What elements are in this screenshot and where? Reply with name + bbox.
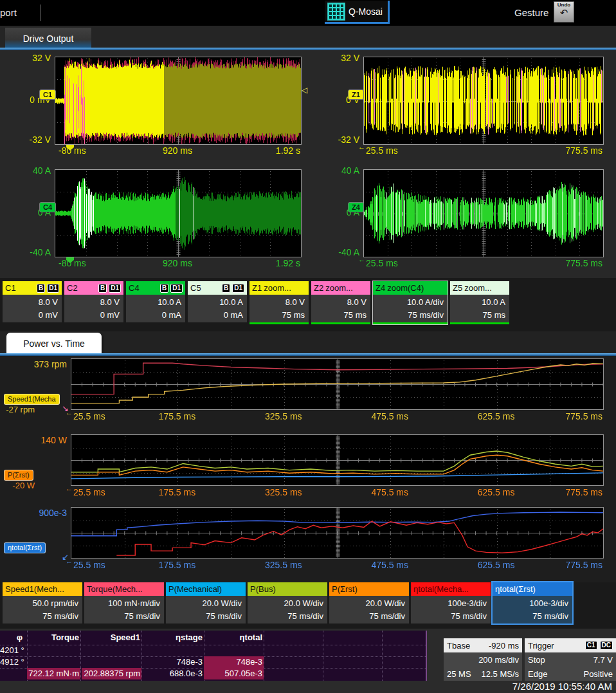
descriptor-z5[interactable]: Z5zoom...10.0 A75 ms [450,281,509,324]
undo-arrow-icon: ↶ [554,8,574,18]
descriptor-scale: 100e-3/div [412,597,487,610]
x-tick-label: 475.5 ms [371,411,408,421]
descriptor-speed1mech[interactable]: Speed1(Mech...50.0 rpm/div75 ms/div [3,582,82,624]
menu-divider [40,5,41,21]
trigger-mode: Stop [528,655,545,665]
descriptor-suffix: zoom... [264,283,291,293]
q-mosaic-label: Q-Mosai [349,6,383,17]
descriptor-header: Z5zoom... [450,281,509,295]
descriptor-header: Speed1(Mech... [3,582,82,596]
descriptor-header: C1BD1 [3,281,62,295]
waveform-grid-z1[interactable] [363,57,604,145]
descriptor-offset: 0 mA [127,309,181,322]
descriptor-totalrst[interactable]: ηtotal(Σrst)100e-3/div75 ms/div [493,582,572,624]
descriptor-c2[interactable]: C2BD18.0 V0 mV [64,281,123,322]
gesture-label: Gesture [514,7,548,18]
tab-power-vs-time[interactable]: Power vs. Time [6,333,102,354]
x-tick-label: 325.5 ms [265,411,302,421]
digital-badge: D1 [232,284,244,293]
digital-badge: D1 [170,284,183,293]
descriptor-header: Z2zoom... [311,281,370,295]
descriptor-z2[interactable]: Z2zoom...8.0 V75 ms [311,281,370,324]
strip-grid-1[interactable] [71,358,604,410]
tab-drive-output[interactable]: Drive Output [5,28,91,50]
descriptor-name: Z2 [314,283,323,293]
waveform-canvas-c1 [55,57,301,144]
y-axis-label: 40 A [323,165,359,176]
descriptor-values: 50.0 rpm/div75 ms/div [3,596,82,624]
bandwidth-badge: B [37,284,45,293]
y-axis-label: -40 A [323,247,359,257]
descriptor-header: C4BD1 [126,281,185,295]
x-tick-label: 775.5 ms [565,258,602,268]
descriptor-values: 10.0 A0 mA [126,295,185,322]
y-axis-label: 40 A [15,165,51,176]
descriptor-scale: 10.0 A [189,296,243,309]
descriptor-values: 20.0 W/div75 ms/div [329,596,409,624]
zoom-source-underline [373,322,448,324]
x-tick-label: 1.92 s [276,258,300,268]
trigger-level-marker[interactable]: ◁ [302,86,307,95]
waveform-grid-c4[interactable] [55,169,302,257]
undo-button[interactable]: Undo ↶ [554,1,574,23]
strip-trace-badge[interactable]: Speed1(Mecha [4,394,60,405]
trace-badge-z1[interactable]: Z1 [348,89,364,100]
descriptor-name: ηtotal(Σrst) [495,584,536,594]
timebase-box[interactable]: Tbase -920 ms 200 ms/div 25 MS 12.5 MS/s [444,638,522,681]
descriptor-timebase: 75 ms/div [167,610,242,623]
trigger-coupling-badge: DC [600,641,613,650]
x-tick-label: 920 ms [163,258,192,268]
descriptor-name: C5 [190,283,201,293]
x-tick-label: 920 ms [163,145,192,156]
descriptor-name: Z1 [252,283,262,293]
descriptor-z1[interactable]: Z1zoom...8.0 V75 ms [249,281,309,324]
descriptor-name: P(Bus) [250,584,276,594]
descriptor-name: P(Σrst) [332,584,358,594]
menu-item-report[interactable]: port [0,7,17,18]
waveform-canvas-z1 [364,57,603,144]
descriptor-pmechanical[interactable]: P(Mechanical)20.0 W/div75 ms/div [166,582,246,624]
descriptor-pbus[interactable]: P(Bus)20.0 W/div75 ms/div [248,582,327,624]
bandwidth-badge: B [98,284,107,293]
trace-badge-c4[interactable]: C4 [39,202,56,212]
waveform-grid-z4[interactable] [363,169,604,257]
descriptor-prst[interactable]: P(Σrst)20.0 W/div75 ms/div [329,582,409,624]
descriptor-c5[interactable]: C5BD110.0 A0 mA [188,281,247,322]
datetime-label: 7/26/2019 10:55:40 AM [512,681,612,692]
strip-grid-3[interactable] [71,507,604,559]
x-tick-label: 775.5 ms [565,411,602,421]
waveform-grid-c1[interactable] [55,57,302,145]
descriptor-values: 10.0 A0 mA [188,295,247,322]
mosaic-grid-icon [327,3,345,21]
strip-trace-badge[interactable]: P(Σrst) [4,470,33,481]
strip-canvas-3 [71,508,603,558]
descriptor-scale: 20.0 W/div [331,597,405,610]
descriptor-c4[interactable]: C4BD110.0 A0 mA [126,281,185,322]
zoom-source-underline [311,322,370,324]
strip-grid-2[interactable] [71,434,604,486]
x-axis-labels: ←25.5 ms775.5 ms [363,258,602,270]
trace-badge-z4[interactable]: Z4 [348,202,364,212]
trigger-type: Edge [528,669,547,679]
descriptor-scale: 10.0 A [451,296,505,309]
q-mosaic-button[interactable]: Q-Mosai [325,1,390,24]
x-tick-label: 175.5 ms [159,411,196,421]
x-tick-label: 1.92 s [276,145,300,156]
descriptor-header: ηtotal(Σrst) [493,582,572,596]
descriptor-header: Torque(Mech... [84,582,164,596]
descriptor-timebase: 75 ms/div [412,610,487,623]
descriptor-z4[interactable]: Z4zoom(C4)10.0 A/div75 ms/div [373,281,448,324]
strip-trace-badge[interactable]: ηtotal(Σrst) [4,542,46,553]
descriptor-scale: 8.0 V [251,296,305,309]
axis-left-arrow-icon: ← [358,143,365,151]
trace-badge-c1[interactable]: C1 [39,89,56,100]
tbase-offset: -920 ms [489,641,519,651]
table-cell: 748e-3 [0,657,262,667]
descriptor-header: Z1zoom... [249,281,309,295]
descriptor-torquemech[interactable]: Torque(Mech...100 mN·m/div75 ms/div [84,582,164,624]
descriptor-offset: 75 ms [251,309,305,322]
trigger-box[interactable]: Trigger C1 DC Stop 7.7 V Edge Positive [525,638,616,681]
descriptor-totalmecha[interactable]: ηtotal(Mecha...100e-3/div75 ms/div [411,582,491,624]
x-tick-label: 475.5 ms [371,487,408,497]
descriptor-c1[interactable]: C1BD18.0 V0 mV [3,281,62,322]
